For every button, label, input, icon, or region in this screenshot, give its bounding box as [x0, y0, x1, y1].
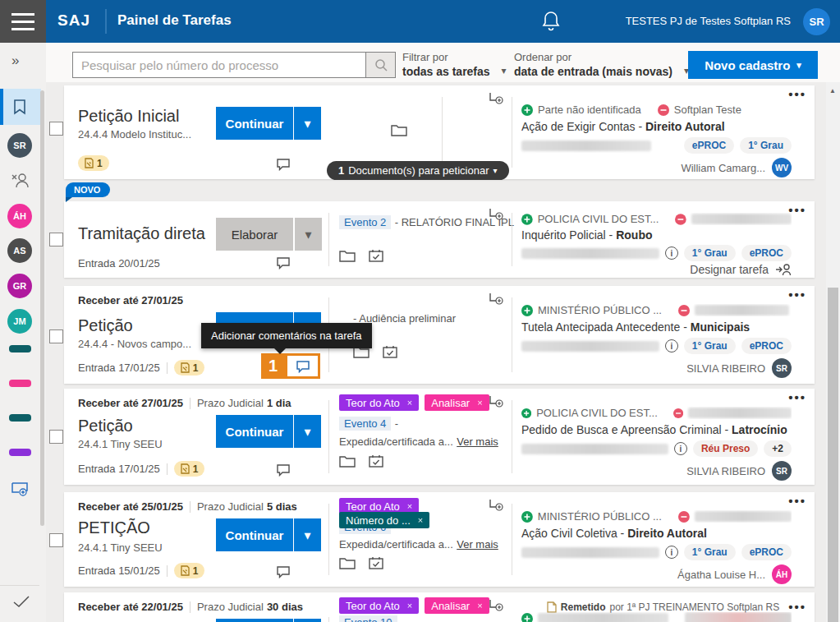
search-input[interactable]	[72, 52, 366, 78]
sidebar-tag-teal[interactable]	[9, 414, 31, 422]
continue-dropdown-button[interactable]	[294, 619, 321, 622]
more-options-icon[interactable]: •••	[788, 288, 806, 302]
entry-date: Entrada 17/01/25	[78, 463, 160, 475]
continue-button[interactable]: Continuar	[216, 518, 293, 551]
add-activity-icon[interactable]	[489, 293, 503, 305]
search-button[interactable]	[366, 52, 396, 78]
filter-tasks-dropdown[interactable]: Filtrar por todas as tarefas ▾	[402, 51, 507, 78]
tag-teor-do-ato[interactable]: Teor do Ato×	[339, 597, 419, 614]
continue-dropdown-button[interactable]: ▾	[294, 415, 321, 448]
assignee-avatar[interactable]: SR	[772, 461, 792, 481]
tag-analisar[interactable]: Analisar×	[425, 394, 489, 411]
remove-user-icon[interactable]	[11, 171, 30, 189]
comment-icon[interactable]	[276, 463, 291, 477]
task-checkbox[interactable]	[49, 329, 63, 343]
new-record-button[interactable]: Novo cadastro▾	[688, 51, 818, 79]
sidebar-item-tasks-active[interactable]	[0, 89, 41, 125]
document-count-badge[interactable]: 1	[174, 360, 205, 376]
folder-icon[interactable]	[339, 249, 356, 262]
task-checkbox[interactable]	[49, 430, 63, 444]
case-subject: Roubo	[616, 228, 652, 242]
add-activity-icon[interactable]	[489, 208, 503, 220]
scroll-up-arrow[interactable]: ▲	[829, 87, 836, 94]
calendar-check-icon[interactable]	[369, 249, 383, 262]
assign-user-icon[interactable]	[775, 263, 792, 276]
folder-icon[interactable]	[391, 123, 407, 136]
tag-numero-do[interactable]: Número do ...×	[339, 512, 429, 528]
continue-button[interactable]: Continuar	[216, 107, 293, 140]
see-more-link[interactable]: Ver mais	[457, 538, 498, 551]
sidebar-avatar[interactable]: SR	[7, 133, 32, 158]
folder-icon[interactable]	[339, 556, 356, 569]
sidebar-avatar[interactable]: GR	[7, 274, 32, 298]
check-icon[interactable]	[12, 595, 30, 608]
sidebar-scrollbar[interactable]	[40, 90, 44, 526]
main-scrollbar[interactable]: ▲	[826, 82, 840, 622]
assignee-name: Ágatha Louise H...	[677, 569, 765, 581]
add-activity-icon[interactable]	[489, 395, 503, 408]
task-checkbox[interactable]	[49, 122, 63, 136]
elaborate-button[interactable]: Elaborar	[216, 218, 293, 251]
assignee-avatar[interactable]: SR	[772, 358, 792, 378]
task-title: Tramitação direta	[78, 224, 205, 243]
user-avatar[interactable]: SR	[803, 8, 830, 35]
expand-sidebar-icon[interactable]: »	[11, 53, 19, 69]
documents-to-petition-pill[interactable]: 1Documento(s) para peticionar▾	[327, 161, 509, 180]
continue-dropdown-button[interactable]: ▾	[294, 107, 321, 140]
add-activity-icon[interactable]	[489, 599, 503, 611]
task-checkbox[interactable]	[49, 233, 63, 246]
tag-analisar[interactable]: Analisar×	[425, 597, 489, 614]
sort-dropdown[interactable]: Ordenar por data de entrada (mais novas)…	[514, 51, 689, 78]
comment-icon[interactable]	[276, 158, 291, 171]
sidebar-tag-purple[interactable]	[9, 449, 31, 456]
sidebar-tag-teal[interactable]	[9, 345, 31, 352]
redacted-case-number	[521, 141, 651, 151]
continue-dropdown-button[interactable]: ▾	[294, 518, 321, 551]
task-checkbox[interactable]	[49, 533, 63, 547]
assignee-avatar[interactable]: ÁH	[772, 564, 792, 584]
divider	[328, 617, 329, 622]
badge-grau: 1° Grau	[684, 245, 736, 261]
add-activity-icon[interactable]	[489, 92, 503, 104]
add-task-icon[interactable]	[11, 481, 29, 496]
sidebar-avatar[interactable]: ÁH	[7, 204, 32, 228]
remove-tag-icon: ×	[407, 501, 412, 511]
folder-icon[interactable]	[339, 454, 356, 468]
sidebar-avatar[interactable]: AS	[7, 238, 32, 263]
task-card: Receber até 27/01/25 Prazo Judicial 1 di…	[64, 389, 815, 485]
more-options-icon[interactable]: •••	[788, 494, 806, 508]
more-options-icon[interactable]: •••	[788, 390, 806, 404]
info-icon[interactable]: i	[665, 546, 678, 559]
notifications-bell-icon[interactable]	[540, 10, 562, 33]
see-more-link[interactable]: Ver mais	[457, 435, 498, 448]
calendar-check-icon[interactable]	[383, 345, 397, 358]
assignee-avatar[interactable]: WV	[772, 158, 792, 177]
badge-grau: 1° Grau	[740, 137, 792, 154]
deadline-label: Prazo Judicial	[197, 601, 264, 613]
comment-icon[interactable]	[276, 565, 291, 578]
add-activity-icon[interactable]	[489, 499, 503, 511]
comment-icon[interactable]	[276, 256, 291, 270]
document-count-badge[interactable]: 1	[174, 461, 205, 477]
more-options-icon[interactable]: •••	[788, 87, 806, 101]
document-count-badge[interactable]: 1	[78, 155, 109, 171]
hamburger-menu-icon[interactable]	[0, 0, 46, 43]
info-icon[interactable]: i	[674, 442, 687, 455]
deadline-label: Prazo Judicial	[197, 500, 264, 513]
calendar-check-icon[interactable]	[369, 454, 383, 468]
event-text: Expedida/certificada a...	[339, 435, 453, 448]
info-icon[interactable]: i	[665, 246, 678, 260]
scrollbar-thumb[interactable]	[828, 288, 838, 622]
elaborate-dropdown-button[interactable]: ▾	[295, 218, 322, 251]
assign-task-action[interactable]: Designar tarefa	[690, 263, 769, 276]
info-icon[interactable]: i	[665, 339, 678, 352]
sidebar-avatar[interactable]: JM	[7, 309, 32, 334]
continue-button[interactable]	[216, 619, 293, 622]
badge-more-count[interactable]: +2	[764, 440, 792, 457]
continue-button[interactable]: Continuar	[216, 415, 293, 448]
document-count-badge[interactable]: 1	[174, 563, 205, 578]
tag-teor-do-ato[interactable]: Teor do Ato×	[339, 394, 419, 411]
comment-icon[interactable]	[285, 353, 320, 379]
sidebar-tag-pink[interactable]	[9, 380, 31, 387]
calendar-check-icon[interactable]	[369, 556, 383, 569]
